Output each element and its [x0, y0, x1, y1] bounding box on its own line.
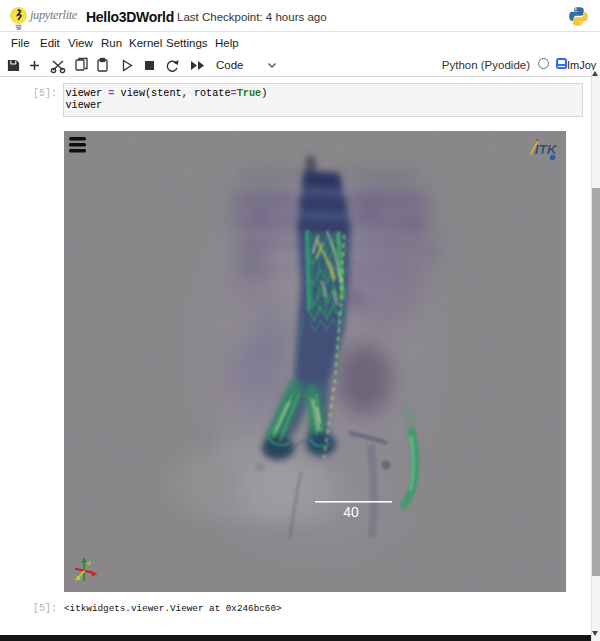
svg-text:ITK: ITK [535, 142, 558, 157]
